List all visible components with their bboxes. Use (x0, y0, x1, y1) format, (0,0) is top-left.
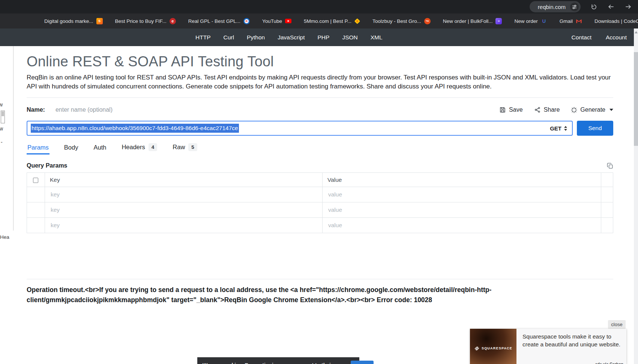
copy-icon[interactable] (607, 163, 613, 169)
forward-icon[interactable] (624, 3, 632, 10)
param-key-input[interactable] (50, 206, 308, 214)
name-input[interactable] (55, 106, 175, 114)
ad-brand-name: SQUARESPACE (482, 346, 512, 350)
bookmark-new-order[interactable]: New order U (514, 18, 547, 24)
nav-link-xml[interactable]: XML (371, 34, 383, 41)
background-text-fragment: - (1, 139, 3, 145)
nav-link-json[interactable]: JSON (342, 34, 357, 41)
request-tabs: Params Body Auth Headers 4 Raw 5 (27, 143, 613, 154)
background-window-sliver: w w - Hea (0, 46, 13, 364)
realgpl-favicon-icon: R (243, 18, 250, 24)
squarespace-logo-icon (474, 346, 480, 351)
name-row: Name: Save Share Generate (27, 104, 613, 115)
param-key-input[interactable] (50, 222, 308, 229)
bookmark-codecanyon[interactable]: Downloads | CodeC... ϟ (594, 18, 638, 24)
bookmark-label: New order (514, 18, 537, 24)
ad-copy[interactable]: Squarespace tools make it easy to create… (516, 329, 626, 364)
bulkfollows-favicon-icon: ≡ (495, 18, 502, 24)
bookmark-bulkfollows[interactable]: New order | BulkFoll... ≡ (443, 18, 502, 24)
name-label: Name: (27, 106, 45, 113)
select-all-checkbox[interactable] (33, 178, 38, 183)
page-scrollbar[interactable] (634, 28, 638, 364)
method-select[interactable]: GET (542, 125, 567, 132)
nav-link-account[interactable]: Account (606, 34, 627, 41)
request-actions: Save Share Generate (499, 106, 613, 113)
param-value-input[interactable] (327, 222, 587, 229)
column-header-key: Key (45, 173, 323, 187)
generate-dropdown-button[interactable]: Generate (571, 106, 613, 113)
fifacoin-favicon-icon: e (170, 18, 176, 24)
send-button[interactable]: Send (577, 121, 613, 136)
nav-link-python[interactable]: Python (247, 34, 265, 41)
url-row: https://ahaeb.app.n8n.cloud/webhook/3569… (27, 121, 613, 136)
storefront-favicon-icon: S (96, 18, 103, 24)
scrollbar-up-arrow-icon[interactable] (635, 31, 638, 33)
cookie-consent-text: We use cookies. By continuing, you conse… (203, 362, 345, 364)
page-description: ReqBin is an online API testing tool for… (27, 73, 613, 91)
page-title: Online REST & SOAP API Testing Tool (27, 54, 613, 70)
bookmark-gmail[interactable]: Gmail (560, 18, 582, 24)
background-text-fragment: w (0, 126, 3, 132)
bookmark-label: YouTube (262, 18, 282, 24)
ad-attribution: ads via Carbon (595, 361, 623, 364)
tab-body[interactable]: Body (63, 144, 79, 154)
nav-link-http[interactable]: HTTP (195, 34, 210, 41)
ad-image[interactable]: SQUARESPACE (470, 329, 516, 364)
nav-link-curl[interactable]: Curl (223, 34, 234, 41)
column-header-actions (601, 173, 613, 187)
query-params-header: Query Params (27, 162, 613, 169)
param-value-input[interactable] (327, 191, 587, 198)
nav-link-javascript[interactable]: JavaScript (278, 34, 305, 41)
bookmark-toolzbuy[interactable]: Toolzbuy - Best Gro... TB (372, 18, 431, 24)
tab-headers[interactable]: Headers 4 (121, 143, 158, 154)
param-value-input[interactable] (327, 206, 587, 214)
table-row (27, 218, 613, 233)
param-key-input[interactable] (50, 191, 308, 198)
raw-count-badge: 5 (188, 143, 197, 151)
bookmark-youtube[interactable]: YouTube (262, 18, 291, 24)
share-button[interactable]: Share (534, 106, 560, 113)
reload-icon[interactable] (590, 3, 597, 10)
tab-params[interactable]: Params (27, 144, 50, 154)
bookmark-label: New order | BulkFoll... (443, 18, 493, 24)
nav-link-php[interactable]: PHP (318, 34, 330, 41)
bookmark-label: Downloads | CodeC... (594, 18, 638, 24)
bookmark-realgpl[interactable]: Real GPL - Best GPL... R (188, 18, 250, 24)
headers-count-badge: 4 (149, 143, 158, 151)
site-nav: HTTP Curl Python JavaScript PHP JSON XML… (0, 28, 638, 46)
bookmarks-bar: Digital goods marke... S Best Price to B… (0, 13, 638, 28)
background-text-fragment: Hea (0, 234, 9, 240)
back-icon[interactable] (607, 3, 615, 10)
address-bar[interactable]: reqbin.com (530, 1, 581, 12)
cookie-consent-bar: We use cookies. By continuing, you conse… (197, 357, 359, 364)
bookmark-fifacoin[interactable]: Best Price to Buy FIF... e (115, 18, 176, 24)
save-button[interactable]: Save (499, 106, 522, 113)
url-input[interactable]: https://ahaeb.app.n8n.cloud/webhook/3569… (27, 121, 573, 136)
bookmark-5mmo[interactable]: 5Mmo.com | Best P... (304, 18, 360, 24)
scrollbar-thumb[interactable] (634, 52, 638, 146)
column-header-value: Value (323, 173, 601, 187)
tab-auth[interactable]: Auth (93, 144, 107, 154)
chevron-down-icon (609, 109, 613, 111)
gmail-favicon-icon (576, 18, 582, 24)
site-settings-icon[interactable] (570, 3, 579, 11)
nav-link-contact[interactable]: Contact (572, 34, 591, 41)
background-mini-scrollbar (1, 111, 5, 123)
reqbin-page: Online REST & SOAP API Testing Tool ReqB… (14, 46, 635, 364)
window-edge-divider (13, 46, 14, 231)
table-header-row: Key Value (27, 173, 613, 187)
browser-titlebar: reqbin.com (0, 0, 638, 13)
bookmark-label: Best Price to Buy FIF... (115, 18, 167, 24)
bookmark-digital-goods[interactable]: Digital goods marke... S (44, 18, 103, 24)
ad-close-button[interactable]: close (608, 320, 626, 329)
tab-raw[interactable]: Raw 5 (172, 143, 198, 154)
share-icon (534, 106, 541, 113)
nav-right: Contact Account (572, 34, 638, 41)
bookmark-label: Real GPL - Best GPL... (188, 18, 240, 24)
nav-links: HTTP Curl Python JavaScript PHP JSON XML (195, 34, 383, 41)
toolzbuy-favicon-icon: TB (424, 18, 431, 24)
cookie-ok-button[interactable]: OK (351, 361, 373, 364)
section-divider (27, 97, 613, 98)
save-icon (499, 106, 506, 113)
background-text-fragment: w (0, 102, 3, 108)
